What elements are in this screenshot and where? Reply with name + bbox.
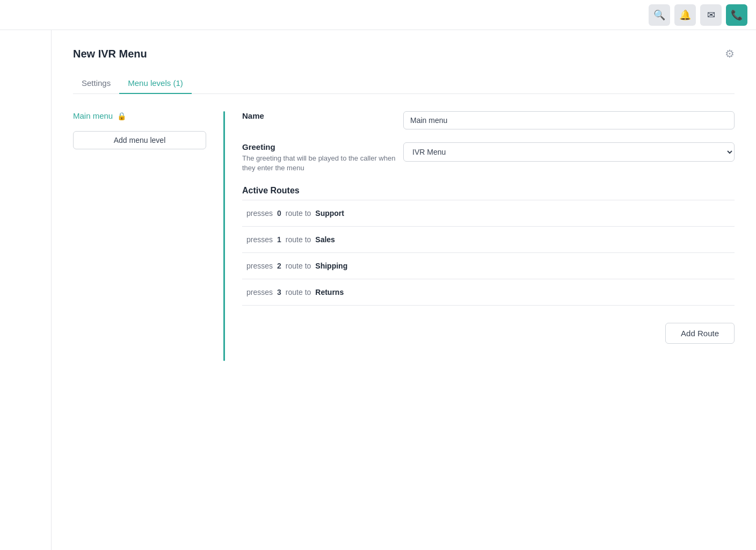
tab-settings[interactable]: Settings xyxy=(73,73,119,94)
lock-icon: 🔒 xyxy=(117,112,126,120)
active-routes-section: Active Routes presses 0 route to Support… xyxy=(242,186,735,344)
table-row: presses 1 route to Sales xyxy=(242,227,735,253)
main-menu-label: Main menu xyxy=(73,111,113,120)
table-row: presses 2 route to Shipping xyxy=(242,253,735,279)
routes-table: presses 0 route to Support presses 1 rou… xyxy=(242,200,735,306)
right-panel: Name Greeting The greeting that will be … xyxy=(242,111,735,361)
main-menu-item[interactable]: Main menu 🔒 xyxy=(73,111,206,120)
route-destination-0: Support xyxy=(315,209,344,218)
presses-label-0: presses xyxy=(246,209,273,218)
content-area: Main menu 🔒 Add menu level Name xyxy=(73,111,735,361)
table-row: presses 0 route to Support xyxy=(242,200,735,227)
name-input[interactable] xyxy=(403,111,735,129)
messages-button[interactable]: ✉ xyxy=(700,4,722,26)
add-route-row: Add Route xyxy=(242,323,735,344)
gear-icon[interactable]: ⚙ xyxy=(725,47,735,60)
page-title-row: New IVR Menu ⚙ xyxy=(73,47,735,60)
presses-label-3: presses xyxy=(246,288,273,296)
page-title: New IVR Menu xyxy=(73,48,147,60)
add-route-button[interactable]: Add Route xyxy=(665,323,735,344)
route-to-3: route to xyxy=(286,288,311,296)
greeting-select[interactable]: IVR Menu Option 2 Option 3 xyxy=(403,142,735,162)
tabs: Settings Menu levels (1) xyxy=(73,73,735,94)
greeting-description: The greeting that will be played to the … xyxy=(242,154,403,173)
route-number-1: 1 xyxy=(277,235,281,244)
search-button[interactable]: 🔍 xyxy=(649,4,670,26)
add-menu-level-button[interactable]: Add menu level xyxy=(73,131,206,149)
route-destination-2: Shipping xyxy=(315,262,347,270)
route-number-2: 2 xyxy=(277,262,281,270)
greeting-field-row: Greeting The greeting that will be playe… xyxy=(242,142,735,173)
left-panel: Main menu 🔒 Add menu level xyxy=(73,111,223,361)
route-destination-3: Returns xyxy=(315,288,344,296)
presses-label-2: presses xyxy=(246,262,273,270)
navbar: 🔍 🔔 ✉ 📞 xyxy=(0,0,756,30)
route-to-1: route to xyxy=(286,235,311,244)
route-to-0: route to xyxy=(286,209,311,218)
name-label: Name xyxy=(242,111,403,120)
greeting-input-col: IVR Menu Option 2 Option 3 xyxy=(403,142,735,162)
presses-label-1: presses xyxy=(246,235,273,244)
table-row: presses 3 route to Returns xyxy=(242,279,735,306)
sidebar xyxy=(0,30,52,550)
greeting-label-col: Greeting The greeting that will be playe… xyxy=(242,142,403,173)
route-to-2: route to xyxy=(286,262,311,270)
notifications-button[interactable]: 🔔 xyxy=(674,4,696,26)
name-field-row: Name xyxy=(242,111,735,129)
phone-button[interactable]: 📞 xyxy=(726,4,747,26)
route-destination-1: Sales xyxy=(315,235,335,244)
name-label-col: Name xyxy=(242,111,403,122)
vertical-divider xyxy=(223,111,225,361)
route-number-0: 0 xyxy=(277,209,281,218)
route-number-3: 3 xyxy=(277,288,281,296)
tab-menu-levels[interactable]: Menu levels (1) xyxy=(119,73,192,94)
greeting-label: Greeting xyxy=(242,142,403,151)
name-input-col xyxy=(403,111,735,129)
main-content: New IVR Menu ⚙ Settings Menu levels (1) … xyxy=(52,30,756,550)
layout: New IVR Menu ⚙ Settings Menu levels (1) … xyxy=(0,0,756,550)
active-routes-title: Active Routes xyxy=(242,186,735,196)
